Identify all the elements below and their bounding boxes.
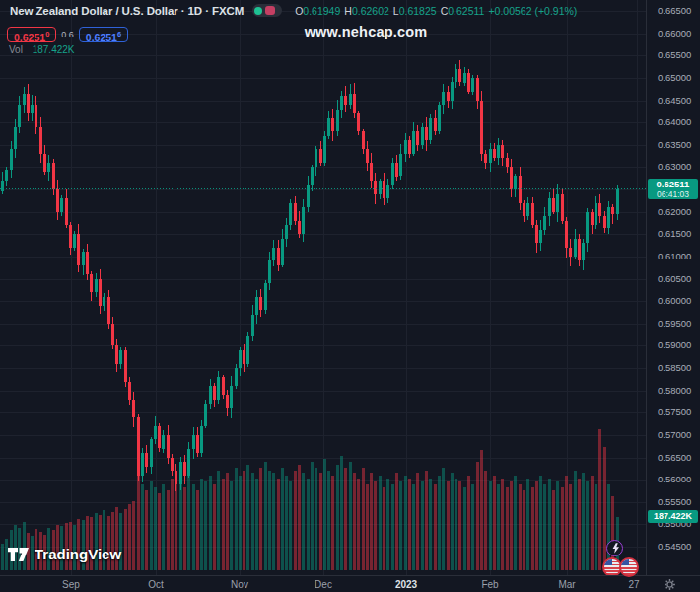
volume-value: 187.422K (33, 44, 75, 55)
time-tick-label: Oct (148, 579, 164, 590)
price-tick-label: 0.64500 (658, 95, 691, 106)
spread-value: 0.6 (61, 30, 74, 39)
price-tick-label: 0.59500 (658, 318, 691, 329)
price-tick-label: 0.62000 (658, 206, 691, 217)
us-flag-event-icon[interactable] (619, 557, 639, 577)
price-tick-label: 0.54500 (658, 541, 691, 552)
tradingview-mark-icon (8, 548, 29, 561)
time-tick-label: Mar (558, 579, 575, 590)
gear-glyph-icon (664, 578, 676, 591)
ohlc-readout: O0.61949 H0.62602 L0.61825 C0.62511 +0.0… (295, 5, 577, 17)
price-tick-label: 0.56000 (658, 474, 691, 484)
status-dot-icon (254, 7, 262, 15)
price-tick-label: 0.65000 (658, 72, 691, 83)
market-status-toggle[interactable] (252, 4, 282, 17)
price-axis[interactable]: 0.665000.660000.655000.650000.645000.640… (646, 0, 700, 575)
bar-countdown: 06:41:03 (648, 189, 698, 199)
event-lightning-icon[interactable] (606, 540, 623, 556)
bid-price: 0.6251 (14, 32, 45, 43)
lightning-bolt-icon (611, 543, 619, 554)
price-tick-label: 0.58500 (658, 362, 691, 373)
volume-axis-badge: 187.422K (648, 510, 698, 523)
last-price-value: 0.62511 (648, 180, 698, 189)
close-value: 0.62511 (448, 5, 484, 17)
ask-price: 0.6251 (86, 32, 117, 43)
status-pill-icon (265, 6, 275, 15)
price-tick-label: 0.57500 (658, 407, 691, 417)
time-tick-label: Sep (62, 579, 80, 590)
price-tick-label: 0.63000 (658, 161, 691, 172)
open-value: 0.61949 (303, 5, 340, 17)
buy-ask-button[interactable]: 0.62516 (79, 27, 128, 42)
time-tick-label: Feb (481, 579, 498, 590)
price-tick-label: 0.58000 (658, 385, 691, 396)
price-tick-label: 0.61000 (658, 251, 691, 261)
bid-price-pipette: 0 (45, 30, 49, 38)
time-tick-label: Nov (231, 579, 248, 590)
tradingview-logo[interactable]: TradingView (8, 546, 121, 562)
price-tick-label: 0.61500 (658, 228, 691, 239)
change-value: +0.00562 (+0.91%) (488, 5, 577, 17)
high-label: H (344, 5, 352, 17)
time-tick-label: 2023 (395, 579, 417, 590)
symbol-title[interactable]: New Zealand Dollar / U.S. Dollar · 1D · … (10, 5, 244, 17)
low-value: 0.61825 (399, 5, 437, 17)
price-tick-label: 0.57000 (658, 429, 691, 440)
price-tick-label: 0.56500 (658, 452, 691, 463)
time-tick-label: Dec (315, 579, 332, 590)
price-tick-label: 0.66000 (658, 28, 691, 38)
watermark: www.nehcap.com (305, 24, 428, 39)
price-tick-label: 0.60500 (658, 273, 691, 284)
price-tick-label: 0.55500 (658, 496, 691, 507)
price-tick-label: 0.65500 (658, 49, 691, 60)
price-tick-label: 0.66500 (658, 5, 691, 16)
high-value: 0.62602 (352, 5, 389, 17)
tradingview-logo-text: TradingView (35, 546, 121, 562)
price-tick-label: 0.63500 (658, 139, 691, 150)
sell-bid-button[interactable]: 0.62510 (7, 27, 56, 42)
price-tick-label: 0.64000 (658, 116, 691, 127)
price-tick-label: 0.60000 (658, 295, 691, 306)
settings-gear-icon[interactable] (664, 577, 676, 590)
price-tick-label: 0.59000 (658, 339, 691, 350)
last-price-badge: 0.62511 06:41:03 (648, 179, 698, 199)
time-tick-label: 27 (628, 579, 639, 590)
candlestick-chart[interactable] (0, 0, 700, 592)
ask-price-pipette: 6 (117, 30, 121, 38)
time-axis[interactable]: SepOctNovDec2023FebMar27 (0, 575, 700, 592)
volume-label: Vol (9, 44, 23, 55)
tradingview-chart-app: www.nehcap.com New Zealand Dollar / U.S.… (0, 0, 700, 592)
